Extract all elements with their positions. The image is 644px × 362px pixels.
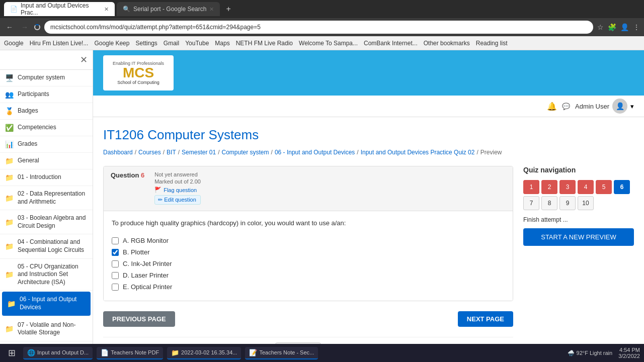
extension-icon[interactable]: 🧩 [608,23,616,31]
quiz-nav-btn-8[interactable]: 8 [541,196,557,210]
quiz-nav-btn-6[interactable]: 6 [614,180,630,194]
address-bar[interactable]: mcsictschool.com/lms/mod/quiz/attempt.ph… [44,21,593,34]
edit-question-link[interactable]: ✏ Edit question [154,195,201,205]
sidebar-item-04-combinational[interactable]: 📁 04 - Combinational and Sequential Logi… [0,234,93,258]
option-d-checkbox[interactable] [112,272,119,279]
sidebar-item-participants[interactable]: 👥 Participants [0,86,93,103]
bookmark-sampa[interactable]: Welcome To Sampa... [299,40,358,47]
sidebar-item-competencies[interactable]: ✅ Competencies [0,120,93,136]
browser-chrome: 📄 Input and Output Devices Prac... ✕ 🔍 S… [0,0,644,50]
sidebar-item-01-intro[interactable]: 📁 01 - Introduction [0,169,93,186]
sidebar-item-07-volatile[interactable]: 📁 07 - Volatile and Non-Volatile Storage [0,317,93,341]
notification-bell[interactable]: 🔔 [547,102,557,111]
bookmark-gmail[interactable]: Gmail [164,40,179,47]
option-e-label[interactable]: E. Optical Printer [123,283,172,291]
quiz-nav-btn-1[interactable]: 1 [523,180,539,194]
sidebar-item-badges[interactable]: 🏅 Badges [0,103,93,120]
prev-page-btn[interactable]: PREVIOUS PAGE [103,311,175,327]
page-content: IT1206 Computer Systems Dashboard / Cour… [93,117,644,362]
sidebar-item-computer-system[interactable]: 🖥️ Computer system [0,70,93,86]
taskbar-browser-icon: 🌐 [27,349,35,356]
flag-icon: 🚩 [154,187,162,193]
inactive-tab[interactable]: 🔍 Serial port - Google Search ✕ [117,2,220,16]
quiz-nav-btn-4[interactable]: 4 [578,180,594,194]
forward-btn[interactable]: → [19,21,30,33]
04-combinational-icon: 📁 [5,242,14,250]
option-e-checkbox[interactable] [112,284,119,291]
sidebar-item-grades[interactable]: 📊 Grades [0,136,93,153]
bookmark-combank[interactable]: ComBank Internet... [364,40,418,47]
option-b-label[interactable]: B. Plotter [123,248,149,256]
taskbar-pdf-icon: 📄 [101,349,109,356]
sidebar-item-03-boolean[interactable]: 📁 03 - Boolean Algebra and Circuit Desig… [0,210,93,234]
bookmark-settings[interactable]: Settings [135,40,157,47]
menu-icon[interactable]: ⋮ [633,23,640,31]
new-preview-btn[interactable]: START A NEW PREVIEW [523,228,634,246]
sidebar-item-05-cpu[interactable]: 📁 05 - CPU Organization and Instruction … [0,259,93,291]
breadcrumb-06-io[interactable]: 06 - Input and Output Devices [275,149,355,156]
question-panel: Question 6 Not yet answered Marked out o… [103,166,513,360]
profile-icon[interactable]: 👤 [620,23,629,31]
next-page-btn[interactable]: NEXT PAGE [458,311,513,327]
breadcrumb-courses[interactable]: Courses [138,149,161,156]
taskbar-app-pdf[interactable]: 📄 Teachers Note PDF [97,347,163,359]
quiz-nav-btn-5[interactable]: 5 [596,180,612,194]
sidebar-item-06-io[interactable]: 📁 06 - Input and Output Devices [2,292,91,316]
breadcrumb-quiz[interactable]: Input and Output Devices Practice Quiz 0… [361,149,475,156]
quiz-nav-btn-3[interactable]: 3 [559,180,576,194]
bookmark-icon[interactable]: ☆ [597,23,604,31]
main-layout: ✕ 🖥️ Computer system 👥 Participants 🏅 Ba… [0,50,644,362]
breadcrumb-computer-system[interactable]: Computer system [222,149,269,156]
sidebar-header: ✕ [0,50,93,70]
user-avatar: 👤 [612,99,627,114]
bookmarks-bar: Google Hiru Fm Listen Live!... Google Ke… [0,36,644,50]
option-d: D. Laser Printer [112,269,505,281]
sidebar-close-btn[interactable]: ✕ [80,54,88,65]
breadcrumb-bit[interactable]: BIT [167,149,176,156]
sidebar-item-02-data[interactable]: 📁 02 - Data Representation and Arithmeti… [0,186,93,210]
taskbar-app-note[interactable]: 📝 Teachers Note - Sec... [245,347,318,359]
user-info[interactable]: Admin User 👤 ▾ [575,99,634,114]
option-a: A. RGB Monitor [112,235,505,246]
bookmark-neth[interactable]: NETH FM Live Radio [236,40,293,47]
sidebar-item-label-07-volatile: 07 - Volatile and Non-Volatile Storage [18,321,88,337]
active-tab[interactable]: 📄 Input and Output Devices Prac... ✕ [4,2,115,16]
flag-question-link[interactable]: 🚩 Flag question [154,187,201,193]
competencies-icon: ✅ [5,124,14,132]
bookmark-maps[interactable]: Maps [215,40,229,47]
bookmark-reading[interactable]: Reading list [476,40,508,47]
tab-close-btn[interactable]: ✕ [104,6,109,13]
taskbar-app-browser[interactable]: 🌐 Input and Output D... [23,347,93,359]
question-header: Question 6 Not yet answered Marked out o… [104,166,513,211]
user-area: 🔔 💬 Admin User 👤 ▾ [93,96,644,117]
breadcrumb-dashboard[interactable]: Dashboard [103,149,133,156]
bookmark-keep[interactable]: Google Keep [94,40,129,47]
tab2-close-btn[interactable]: ✕ [209,6,214,13]
question-text: To produce high quality graphics (hardco… [112,219,505,227]
chat-icon[interactable]: 💬 [562,103,570,110]
quiz-nav-btn-2[interactable]: 2 [541,180,557,194]
back-btn[interactable]: ← [4,21,15,33]
sidebar-item-general[interactable]: 📁 General [0,153,93,169]
logo-container: Enabling IT Professionals MCS School of … [103,55,174,90]
option-b-checkbox[interactable] [112,249,119,256]
bookmark-google[interactable]: Google [4,40,24,47]
new-tab-btn[interactable]: + [222,3,234,16]
option-c-checkbox[interactable] [112,260,119,267]
option-d-label[interactable]: D. Laser Printer [123,272,169,279]
user-dropdown-icon[interactable]: ▾ [630,103,634,110]
bookmark-youtube[interactable]: YouTube [185,40,209,47]
taskbar-start-btn[interactable]: ⊞ [4,345,19,360]
bookmark-hiru[interactable]: Hiru Fm Listen Live!... [30,40,89,47]
breadcrumb-semester[interactable]: Semester 01 [182,149,216,156]
option-a-label[interactable]: A. RGB Monitor [123,237,169,244]
option-a-checkbox[interactable] [112,237,119,244]
taskbar-time: 4:54 PM 3/2/2022 [618,347,640,359]
quiz-nav-btn-7[interactable]: 7 [523,196,539,210]
taskbar-app-file[interactable]: 📁 2022-03-02 16.35.34... [167,347,241,359]
logo-subtitle: School of Computing [117,80,159,85]
bookmark-other[interactable]: Other bookmarks [424,40,470,47]
quiz-nav-btn-9[interactable]: 9 [559,196,576,210]
option-c-label[interactable]: C. Ink-Jet Printer [123,260,172,267]
quiz-nav-btn-10[interactable]: 10 [578,196,594,210]
